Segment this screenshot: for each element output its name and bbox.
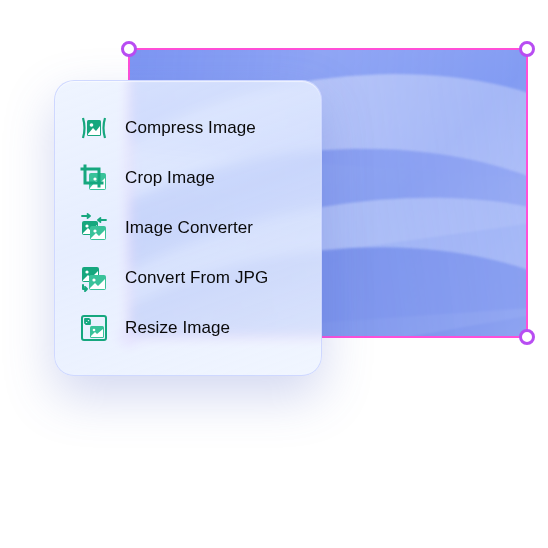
menu-item-label: Convert From JPG xyxy=(125,268,268,288)
resize-handle-top-right[interactable] xyxy=(519,41,535,57)
menu-item-label: Compress Image xyxy=(125,118,256,138)
compress-icon xyxy=(79,113,109,143)
menu-item-converter[interactable]: Image Converter xyxy=(67,203,309,253)
menu-item-convert-from-jpg[interactable]: Convert From JPG xyxy=(67,253,309,303)
menu-item-label: Image Converter xyxy=(125,218,253,238)
svg-point-3 xyxy=(93,177,96,180)
resize-handle-top-left[interactable] xyxy=(121,41,137,57)
svg-point-14 xyxy=(93,329,96,332)
editor-canvas: Compress Image Crop Image xyxy=(0,0,548,548)
menu-item-compress[interactable]: Compress Image xyxy=(67,103,309,153)
resize-handle-bottom-right[interactable] xyxy=(519,329,535,345)
svg-point-9 xyxy=(85,270,88,273)
convert-from-jpg-icon xyxy=(79,263,109,293)
crop-icon xyxy=(79,163,109,193)
svg-point-11 xyxy=(92,278,95,281)
svg-point-1 xyxy=(90,123,94,127)
svg-point-7 xyxy=(93,229,96,232)
menu-item-resize[interactable]: Resize Image xyxy=(67,303,309,353)
converter-icon xyxy=(79,213,109,243)
image-tools-menu: Compress Image Crop Image xyxy=(54,80,322,376)
menu-item-crop[interactable]: Crop Image xyxy=(67,153,309,203)
menu-item-label: Resize Image xyxy=(125,318,230,338)
resize-icon xyxy=(79,313,109,343)
menu-item-label: Crop Image xyxy=(125,168,215,188)
svg-point-5 xyxy=(85,224,88,227)
